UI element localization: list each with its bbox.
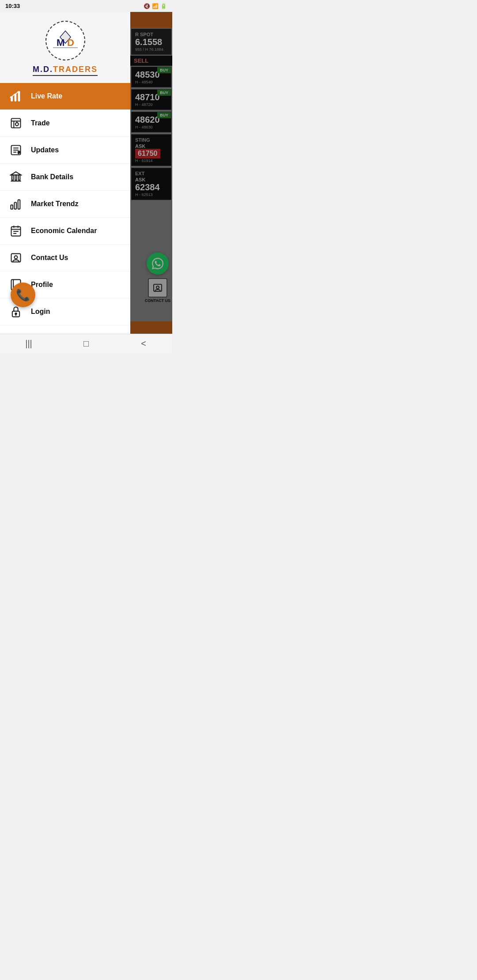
svg-rect-28 <box>15 203 17 209</box>
wifi-icon: 📶 <box>152 3 159 9</box>
back-arrow-icon: < <box>141 339 146 349</box>
nav-label-live-rate: Live Rate <box>31 92 62 100</box>
chart-icon <box>9 89 23 103</box>
svg-rect-24 <box>15 175 17 180</box>
nav-label-trade: Trade <box>31 119 50 127</box>
svg-rect-29 <box>18 200 20 209</box>
nav-label-updates: Updates <box>31 146 59 154</box>
logo-circle: M D <box>45 21 85 60</box>
svg-point-8 <box>10 97 12 98</box>
nav-label-login: Login <box>31 308 50 316</box>
logo-area: M D M.D.TRADERS <box>0 12 130 83</box>
nav-item-bank-details[interactable]: Bank Details <box>0 164 130 191</box>
nav-item-contact-us[interactable]: Contact Us <box>0 245 130 271</box>
nav-item-market-trendz[interactable]: Market Trendz <box>0 191 130 218</box>
nav-item-trade[interactable]: Trade <box>0 110 130 137</box>
svg-text:D: D <box>67 37 74 48</box>
status-time: 10:33 <box>5 3 20 9</box>
svg-point-9 <box>14 94 15 96</box>
svg-point-10 <box>17 91 19 93</box>
contact-icon <box>9 251 23 265</box>
updates-icon: ! <box>9 143 23 157</box>
nav-back-button[interactable]: < <box>130 334 157 354</box>
nav-home-button[interactable]: □ <box>73 334 99 354</box>
brand-name: M.D.TRADERS <box>33 65 98 76</box>
navigation-drawer: M D M.D.TRADERS <box>0 12 130 334</box>
status-bar: 10:33 🔇 📶 🔋 <box>0 0 172 12</box>
phone-icon: 📞 <box>16 288 30 302</box>
nav-label-contact-us: Contact Us <box>31 254 68 262</box>
svg-text:!: ! <box>18 151 19 154</box>
nav-item-economic-calendar[interactable]: Economic Calendar <box>0 218 130 245</box>
nav-label-profile: Profile <box>31 281 53 289</box>
status-icons: 🔇 📶 🔋 <box>144 3 167 9</box>
trade-icon <box>9 116 23 130</box>
bank-icon <box>9 170 23 184</box>
calendar-icon <box>9 224 23 238</box>
mute-icon: 🔇 <box>144 3 150 9</box>
nav-item-updates[interactable]: ! Updates <box>0 137 130 164</box>
overlay-dim <box>130 12 172 334</box>
brand-md: M.D. <box>33 65 53 74</box>
phone-fab[interactable]: 📞 <box>11 283 35 307</box>
svg-rect-27 <box>11 205 13 209</box>
nav-item-live-rate[interactable]: Live Rate <box>0 83 130 110</box>
nav-label-bank-details: Bank Details <box>31 173 73 181</box>
home-square-icon: □ <box>83 339 89 349</box>
brand-traders: TRADERS <box>53 65 98 74</box>
battery-icon: 🔋 <box>160 3 167 9</box>
main-content: R SPOT 6.1558 955 / H 76.1884 SELL BUY 4… <box>130 12 172 334</box>
nav-menu-button[interactable]: ||| <box>15 334 42 354</box>
svg-rect-25 <box>19 175 20 180</box>
svg-text:M: M <box>57 37 64 48</box>
svg-point-41 <box>15 313 17 315</box>
svg-point-37 <box>15 256 18 259</box>
logo-svg: M D <box>48 27 83 54</box>
svg-rect-23 <box>12 175 14 180</box>
trend-icon <box>9 197 23 211</box>
svg-point-14 <box>15 123 19 126</box>
bottom-navigation: ||| □ < <box>0 334 172 353</box>
menu-lines-icon: ||| <box>25 339 32 349</box>
nav-label-market-trendz: Market Trendz <box>31 200 79 208</box>
nav-label-economic-calendar: Economic Calendar <box>31 227 97 235</box>
